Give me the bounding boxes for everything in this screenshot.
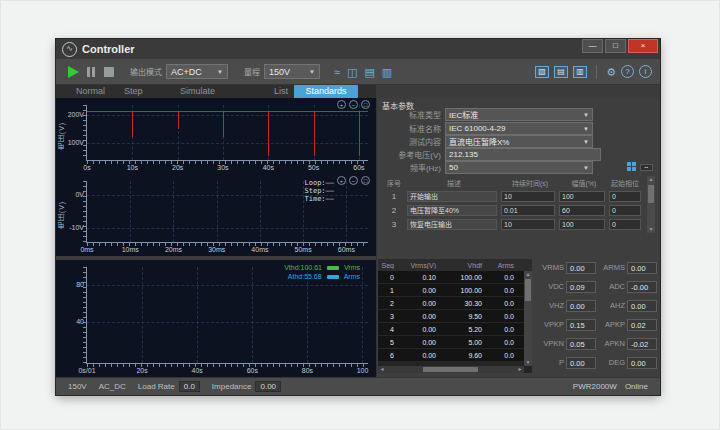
- scroll-thumb[interactable]: [423, 367, 478, 372]
- scroll-left-icon[interactable]: ◄: [378, 366, 386, 373]
- grid-view-icon[interactable]: [627, 162, 636, 171]
- seq-cell: 0.0: [488, 313, 520, 320]
- tab-list[interactable]: List: [274, 85, 288, 98]
- legend-swatch: [327, 266, 339, 270]
- seq-cell: 9.50: [442, 313, 488, 320]
- export-file-icon[interactable]: ▥: [573, 66, 587, 78]
- seq-row[interactable]: 50.005.000.0: [378, 336, 532, 349]
- step-amplitude[interactable]: 100: [559, 219, 605, 230]
- minimize-button[interactable]: —: [582, 39, 603, 53]
- gridline-v: [362, 267, 363, 363]
- cascade-windows-icon[interactable]: ◫: [347, 65, 357, 79]
- step-description[interactable]: 电压暂降至40%: [407, 205, 497, 216]
- step-duration[interactable]: 10: [501, 219, 555, 230]
- seq-cell: 0.10: [400, 274, 442, 281]
- measure-value: 0.00: [566, 357, 596, 369]
- param-select[interactable]: 直流电压暂降X%▼: [445, 135, 593, 148]
- waveform-spike: [178, 111, 179, 128]
- impedance-label: Impedance: [212, 382, 252, 391]
- zoom-in-icon[interactable]: +: [337, 100, 346, 109]
- save-file-icon[interactable]: ▤: [554, 66, 568, 78]
- seq-header-cell: Vhdf: [442, 262, 488, 269]
- help-icon[interactable]: ?: [621, 65, 634, 78]
- tab-simulate[interactable]: Simulate: [180, 85, 215, 98]
- reset-view-icon[interactable]: □: [361, 100, 370, 109]
- steps-row[interactable]: 3恢复电压输出101000: [381, 218, 645, 231]
- scroll-up-icon[interactable]: ▲: [647, 176, 655, 183]
- measure-value: 0.00: [627, 357, 657, 369]
- step-duration[interactable]: 0.01: [501, 205, 555, 216]
- toolbar: 输出模式 AC+DC ▼ 量程 150V ▼ ≈◫▤▥ ▧▤▥⚙?i: [56, 59, 660, 85]
- seq-row[interactable]: 20.0030.300.0: [378, 297, 532, 310]
- seq-v-scrollbar[interactable]: ▲▼: [524, 271, 532, 366]
- step-description[interactable]: 开始输出: [407, 191, 497, 202]
- pause-button[interactable]: [87, 67, 95, 77]
- maximize-button[interactable]: □: [605, 39, 626, 53]
- step-no: 1: [381, 192, 407, 201]
- zoom-out-icon[interactable]: −: [349, 176, 358, 185]
- output-mode-value: AC+DC: [171, 67, 213, 77]
- step-amplitude[interactable]: 60: [559, 205, 605, 216]
- title-bar[interactable]: ∿ Controller — □ ×: [56, 39, 660, 59]
- tab-standards[interactable]: Standards: [294, 85, 358, 98]
- close-button[interactable]: ×: [628, 39, 658, 53]
- zoom-in-icon[interactable]: +: [337, 176, 346, 185]
- param-select[interactable]: 50▼: [445, 161, 593, 174]
- range-select[interactable]: 150V ▼: [264, 64, 320, 79]
- seq-row[interactable]: 30.009.500.0: [378, 310, 532, 323]
- tab-bar-filler: [376, 85, 660, 98]
- seq-row[interactable]: 10.00100.000.0: [378, 284, 532, 297]
- upload-device-icon[interactable]: ▤: [364, 65, 374, 79]
- output-mode-select[interactable]: AC+DC ▼: [166, 64, 228, 79]
- scroll-thumb[interactable]: [525, 279, 531, 301]
- step-phase[interactable]: 0: [609, 219, 641, 230]
- monitor-icon[interactable]: ▥: [382, 65, 392, 79]
- param-label: 测试内容: [377, 136, 441, 147]
- param-row: 参考电压(V)212.135: [377, 148, 601, 161]
- seq-row[interactable]: 60.009.600.0: [378, 349, 532, 362]
- range-value: 150V: [269, 67, 305, 77]
- step-phase[interactable]: 0: [609, 191, 641, 202]
- steps-row[interactable]: 1开始输出101000: [381, 190, 645, 203]
- scroll-up-icon[interactable]: ▲: [524, 271, 532, 278]
- x-tick-label: 40s: [256, 164, 280, 171]
- step-description[interactable]: 恢复电压输出: [407, 219, 497, 230]
- seq-h-scrollbar[interactable]: ◄►: [378, 366, 524, 373]
- legend-label: Vthd:100.61: [284, 263, 322, 272]
- open-file-icon[interactable]: ▧: [535, 66, 549, 78]
- reset-view-icon[interactable]: □: [361, 176, 370, 185]
- seq-cell: 3: [378, 313, 400, 320]
- status-range: 150V: [68, 382, 87, 391]
- scroll-down-icon[interactable]: ▼: [524, 359, 532, 366]
- scroll-right-icon[interactable]: ►: [516, 366, 524, 373]
- about-icon[interactable]: i: [639, 65, 652, 78]
- gridline-v: [130, 181, 131, 242]
- scroll-thumb[interactable]: [648, 185, 654, 203]
- param-input[interactable]: 212.135: [445, 148, 601, 161]
- play-button[interactable]: [68, 66, 79, 78]
- tab-step[interactable]: Step: [124, 85, 143, 98]
- collapse-icon[interactable]: ▪▪: [640, 164, 653, 171]
- seq-row[interactable]: 00.10100.000.0: [378, 271, 532, 284]
- param-select[interactable]: IEC标准▼: [445, 108, 593, 121]
- step-amplitude[interactable]: 100: [559, 191, 605, 202]
- steps-row[interactable]: 2电压暂降至40%0.01600: [381, 204, 645, 217]
- measure-label: VPKN: [537, 339, 564, 348]
- scroll-down-icon[interactable]: ▼: [647, 226, 655, 233]
- step-duration[interactable]: 10: [501, 191, 555, 202]
- steps-table-scrollbar[interactable]: ▲▼: [647, 176, 655, 233]
- param-select[interactable]: IEC 61000-4-29▼: [445, 122, 593, 135]
- param-label: 标准类型: [377, 109, 441, 120]
- x-tick-label: 0ms: [75, 246, 99, 253]
- seq-row[interactable]: 40.005.200.0: [378, 323, 532, 336]
- seq-cell: 0.0: [488, 287, 520, 294]
- legend-line: Loop:——: [304, 179, 334, 187]
- step-phase[interactable]: 0: [609, 205, 641, 216]
- waveform-icon[interactable]: ≈: [334, 65, 340, 79]
- tools-icon[interactable]: ⚙: [606, 65, 616, 79]
- stop-button[interactable]: [104, 67, 114, 77]
- measurement-grid: VRMS0.00ARMS0.00VDC0.09ADC-0.00VHZ0.00AH…: [537, 259, 657, 373]
- zoom-out-icon[interactable]: −: [349, 100, 358, 109]
- tab-normal[interactable]: Normal: [76, 85, 105, 98]
- x-tick-label: 80s: [295, 367, 319, 374]
